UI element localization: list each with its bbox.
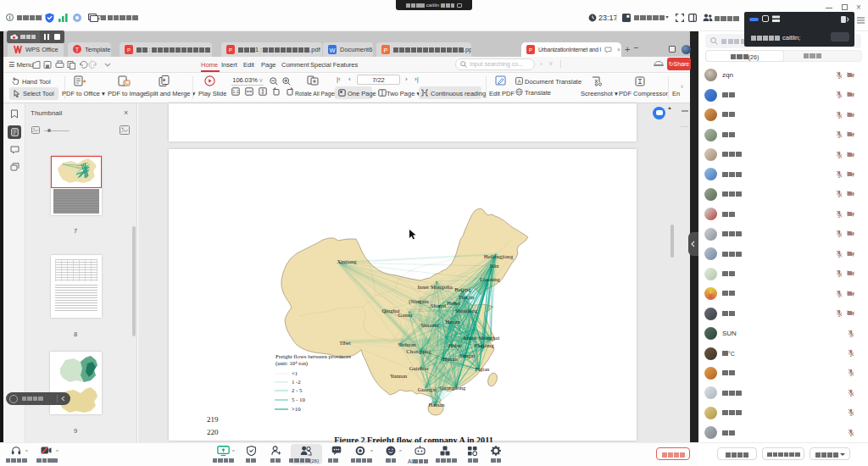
- svg-text:Jiangxi: Jiangxi: [459, 352, 475, 358]
- svg-text:Inner Mongolia: Inner Mongolia: [417, 284, 452, 290]
- svg-text:P: P: [127, 47, 131, 53]
- svg-text:P: P: [229, 47, 232, 53]
- svg-text:P: P: [383, 46, 387, 53]
- svg-text:Fujian: Fujian: [476, 366, 491, 372]
- svg-text:P: P: [529, 47, 532, 53]
- svg-text:Shaanxi: Shaanxi: [420, 322, 438, 328]
- svg-text:T: T: [75, 47, 79, 53]
- svg-text:Xinjiang: Xinjiang: [337, 258, 357, 264]
- svg-text:Liaoning: Liaoning: [480, 276, 501, 282]
- svg-text:(Ningxia: (Ningxia: [409, 298, 429, 305]
- svg-text:5 - 10: 5 - 10: [292, 397, 305, 402]
- svg-text:Hainan: Hainan: [428, 402, 445, 408]
- svg-text:Beijing: Beijing: [454, 286, 471, 292]
- svg-text:W: W: [329, 46, 336, 53]
- svg-text:Yunnan: Yunnan: [390, 373, 408, 379]
- svg-text:Shanghai: Shanghai: [479, 335, 500, 341]
- svg-text:(unit: 104 ton): (unit: 104 ton): [275, 360, 308, 368]
- svg-text:Jilin: Jilin: [489, 263, 499, 269]
- svg-text:Zhejiang: Zhejiang: [474, 342, 494, 348]
- svg-text:Heilongjiang: Heilongjiang: [484, 253, 514, 259]
- svg-text:>10: >10: [292, 406, 301, 412]
- svg-text:Gansu: Gansu: [398, 312, 414, 318]
- svg-text:A: A: [518, 79, 521, 84]
- svg-text:Chongqing: Chongqing: [406, 348, 431, 354]
- svg-text:Hebei: Hebei: [447, 300, 460, 306]
- svg-text:<1: <1: [292, 370, 298, 376]
- svg-text:Qinghai: Qinghai: [381, 308, 399, 313]
- svg-text:Shanxi: Shanxi: [431, 302, 446, 308]
- svg-text:Tibet: Tibet: [339, 340, 351, 346]
- svg-text:Hunan: Hunan: [442, 356, 458, 362]
- svg-text:Anhui: Anhui: [463, 335, 477, 341]
- svg-text:Guangxi: Guangxi: [418, 386, 437, 392]
- svg-text:Guangdong: Guangdong: [440, 385, 466, 391]
- svg-text:1:1: 1:1: [233, 89, 239, 94]
- svg-text:Sichuan: Sichuan: [398, 341, 416, 347]
- svg-text:Tianjin: Tianjin: [459, 294, 476, 300]
- svg-text:Henan: Henan: [445, 319, 460, 325]
- svg-text:Shandong: Shandong: [455, 308, 478, 313]
- svg-text:Hubei: Hubei: [448, 342, 462, 348]
- svg-text:2 - 5: 2 - 5: [292, 387, 303, 393]
- svg-text:Freight flows between province: Freight flows between provinces: [275, 353, 351, 359]
- svg-text:1 -2: 1 -2: [292, 379, 301, 385]
- svg-text:Guizhou: Guizhou: [409, 365, 429, 371]
